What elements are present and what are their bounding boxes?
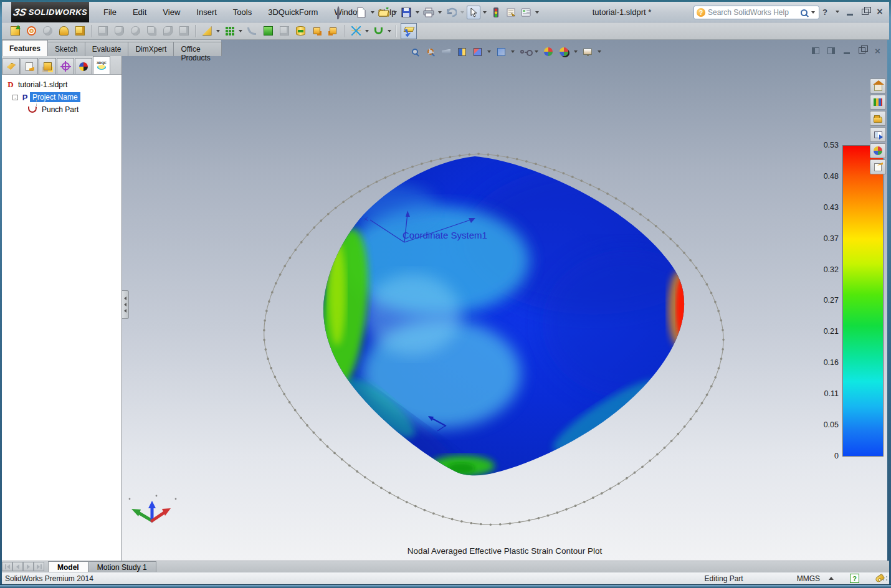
graphics-viewport[interactable]: Coordinate System1 Nodal Averaged Effect… [122,40,887,561]
linear-pattern-caret[interactable] [239,30,242,32]
rib-icon[interactable] [261,24,275,38]
zoom-to-area-icon[interactable] [424,45,437,59]
tab-office-products[interactable]: Office Products [173,42,222,56]
shell-icon[interactable] [277,24,291,38]
tab-dimxpert[interactable]: DimXpert [128,42,174,56]
maximize-button[interactable] [859,6,870,17]
view-palette-icon[interactable] [870,127,886,142]
previous-view-icon[interactable] [439,45,453,59]
save-caret[interactable] [416,11,419,14]
curves-caret[interactable] [388,30,391,32]
status-help-icon[interactable]: ? [850,574,859,583]
split-pane-left-icon[interactable] [810,45,821,55]
view-settings-icon[interactable] [581,45,594,59]
property-manager-tab-icon[interactable] [21,58,38,74]
hide-show-items-icon[interactable] [518,45,531,59]
last-sheet-icon[interactable] [34,562,44,571]
menu-view[interactable]: View [155,6,188,19]
open-icon[interactable] [377,6,391,19]
punch-part-model[interactable] [313,156,724,486]
options-caret[interactable] [535,11,539,14]
extruded-boss-icon[interactable] [8,24,22,38]
design-library-icon[interactable] [870,95,886,110]
rebuild-traffic-light-icon[interactable] [489,6,503,19]
draft-icon[interactable] [245,24,259,38]
menu-edit[interactable]: Edit [125,6,155,19]
lofted-cut-icon[interactable] [161,24,174,38]
feature-tree-tab-icon[interactable] [2,58,20,74]
display-style-icon[interactable] [494,45,508,59]
tree-item-punch-part[interactable]: Punch Part [27,103,120,116]
lofted-boss-icon[interactable] [57,24,70,38]
apply-scene-icon[interactable] [557,45,571,59]
zoom-to-fit-icon[interactable] [408,45,422,59]
doc-minimize-icon[interactable] [841,45,852,55]
section-view-icon[interactable] [455,45,469,59]
select-tool-icon[interactable] [467,6,480,19]
appearances-icon[interactable] [870,143,886,158]
menu-tools[interactable]: Tools [225,6,260,19]
intersect-icon[interactable] [310,24,323,38]
boundary-boss-icon[interactable] [73,24,87,38]
extruded-cut-icon[interactable] [96,24,110,38]
revolved-cut-icon[interactable] [128,24,142,38]
file-explorer-icon[interactable] [870,111,886,126]
first-sheet-icon[interactable] [2,562,12,571]
search-box[interactable]: ? [693,6,819,19]
print-caret[interactable] [438,11,442,14]
next-sheet-icon[interactable] [23,562,34,571]
tab-features[interactable]: Features [2,40,48,56]
display-style-caret[interactable] [511,50,515,53]
custom-properties-icon[interactable] [870,159,886,174]
menu-file[interactable]: File [95,6,125,19]
reference-geometry-caret[interactable] [365,30,369,32]
tree-item-project[interactable]: - P Project Name [12,91,120,103]
tree-root-label[interactable]: tutorial-1.sldprt [16,80,70,90]
options-icon[interactable] [519,6,533,19]
wrap-icon[interactable] [293,24,307,38]
swept-cut-icon[interactable] [145,24,158,38]
tab-model[interactable]: Model [48,561,88,572]
select-tool-caret[interactable] [483,11,487,14]
doc-close-icon[interactable]: × [872,45,883,55]
display-manager-tab-icon[interactable] [75,58,92,74]
view-orientation-caret[interactable] [487,50,491,53]
dimxpert-manager-tab-icon[interactable] [57,58,74,74]
view-settings-caret[interactable] [598,50,601,53]
tree-punch-part-label[interactable]: Punch Part [39,105,81,115]
menu-insert[interactable]: Insert [188,6,225,19]
help-button[interactable]: ? [819,6,831,17]
search-caret[interactable] [811,11,815,14]
tab-sketch[interactable]: Sketch [47,42,85,56]
edit-appearance-icon[interactable] [541,45,555,59]
tab-evaluate[interactable]: Evaluate [85,42,129,56]
swept-boss-icon[interactable] [40,24,54,38]
curves-icon[interactable] [371,24,385,38]
tree-expander[interactable]: - [12,95,18,100]
help-caret[interactable] [836,11,839,13]
undo-icon[interactable] [444,6,458,19]
minimize-button[interactable] [844,6,855,17]
menu-3dquickform[interactable]: 3DQuickForm [260,6,326,19]
3dqf-manager-tab[interactable]: 3DQF [93,56,110,74]
split-pane-right-icon[interactable] [826,45,836,55]
revolved-boss-icon[interactable] [24,24,38,38]
fillet-caret[interactable] [216,30,220,32]
configuration-manager-tab-icon[interactable] [39,58,56,74]
fillet-icon[interactable] [200,24,214,38]
tab-motion-study[interactable]: Motion Study 1 [88,561,156,572]
file-properties-icon[interactable] [504,6,518,19]
3dquickform-tool-icon[interactable] [401,23,417,39]
new-document-caret[interactable] [371,11,374,14]
view-orientation-icon[interactable] [470,45,484,59]
previous-sheet-icon[interactable] [12,562,23,571]
doc-restore-icon[interactable] [857,45,867,55]
open-caret[interactable] [393,11,397,14]
search-magnifier-icon[interactable] [801,9,808,16]
undo-caret[interactable] [460,11,464,14]
panel-collapse-handle[interactable] [122,290,129,319]
apply-scene-caret[interactable] [574,50,578,53]
menubar-pin-icon[interactable] [337,7,347,17]
mirror-icon[interactable] [326,24,340,38]
close-button[interactable]: × [874,6,885,17]
